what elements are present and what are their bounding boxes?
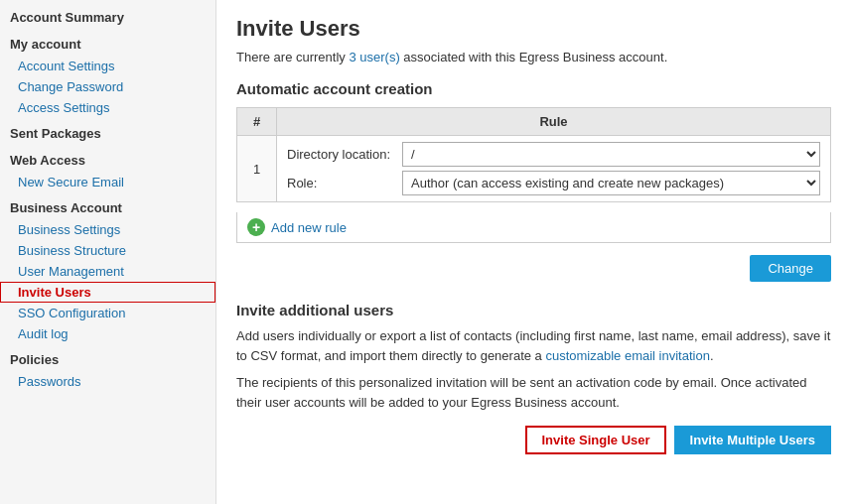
invite-single-button[interactable]: Invite Single User: [525, 426, 665, 454]
change-password-link[interactable]: Change Password: [0, 76, 215, 97]
row-number: 1: [237, 136, 277, 202]
description-line: There are currently 3 user(s) associated…: [236, 50, 831, 64]
add-rule-link[interactable]: Add new rule: [271, 220, 347, 235]
col-rule-header: Rule: [277, 108, 831, 136]
new-secure-email-link[interactable]: New Secure Email: [0, 172, 215, 192]
auto-section-title: Automatic account creation: [236, 80, 831, 97]
desc-after: associated with this Egress Business acc…: [400, 50, 668, 64]
audit-log-link[interactable]: Audit log: [0, 323, 215, 344]
page-title: Invite Users: [236, 16, 831, 42]
invite-multiple-button[interactable]: Invite Multiple Users: [674, 426, 831, 454]
sso-configuration-link[interactable]: SSO Configuration: [0, 303, 215, 323]
business-structure-link[interactable]: Business Structure: [0, 240, 215, 261]
users-link[interactable]: 3 user(s): [349, 50, 399, 64]
business-settings-link[interactable]: Business Settings: [0, 219, 215, 240]
sidebar-section-policies: Policies: [0, 344, 215, 371]
account-settings-link[interactable]: Account Settings: [0, 56, 215, 76]
directory-row: Directory location: /: [287, 142, 820, 167]
access-settings-link[interactable]: Access Settings: [0, 97, 215, 118]
sidebar-section-account-summary: Account Summary: [0, 0, 215, 29]
directory-select[interactable]: /: [402, 142, 820, 167]
role-label: Role:: [287, 176, 396, 190]
role-row: Role: Author (can access existing and cr…: [287, 171, 820, 195]
invite-desc2: The recipients of this personalized invi…: [236, 373, 831, 412]
invite-users-link[interactable]: Invite Users: [0, 282, 215, 303]
role-select[interactable]: Author (can access existing and create n…: [402, 171, 820, 195]
rule-fields-cell: Directory location: / Role: Author (can …: [277, 136, 831, 202]
sidebar: Account SummaryMy accountAccount Setting…: [0, 0, 216, 504]
sidebar-section-business-account: Business Account: [0, 192, 215, 219]
rules-table: # Rule 1 Directory location: /: [236, 107, 831, 202]
invite-buttons: Invite Single User Invite Multiple Users: [236, 426, 831, 454]
invite-desc1: Add users individually or export a list …: [236, 326, 831, 365]
main-content: Invite Users There are currently 3 user(…: [216, 0, 851, 504]
sidebar-section-web-access: Web Access: [0, 145, 215, 172]
change-button[interactable]: Change: [750, 255, 831, 282]
directory-label: Directory location:: [287, 147, 396, 162]
invite-section-title: Invite additional users: [236, 302, 831, 318]
add-rule-icon[interactable]: +: [247, 218, 265, 236]
invite-desc1-period: .: [710, 348, 714, 363]
rule-fields: Directory location: / Role: Author (can …: [287, 142, 820, 195]
user-management-link[interactable]: User Management: [0, 261, 215, 282]
sidebar-section-my-account: My account: [0, 29, 215, 56]
add-rule-row[interactable]: + Add new rule: [236, 212, 831, 243]
passwords-link[interactable]: Passwords: [0, 371, 215, 392]
table-row: 1 Directory location: / Role: Author: [237, 136, 831, 202]
invite-desc1-before: Add users individually or export a list …: [236, 328, 830, 363]
customizable-link[interactable]: customizable email invitation: [545, 348, 709, 363]
col-num-header: #: [237, 108, 277, 136]
desc-before: There are currently: [236, 50, 349, 64]
change-btn-row: Change: [236, 255, 831, 282]
sidebar-section-sent-packages: Sent Packages: [0, 118, 215, 145]
